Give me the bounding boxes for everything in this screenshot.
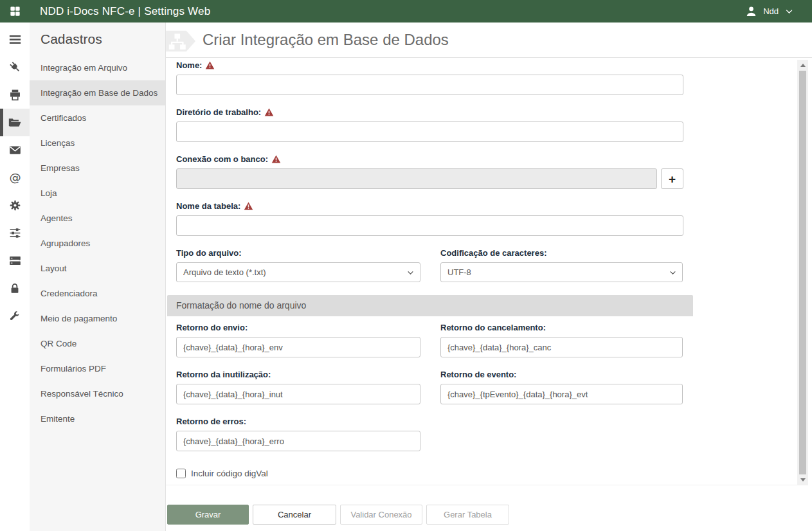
warning-icon [264, 108, 274, 116]
cancelar-button[interactable]: Cancelar [253, 505, 336, 525]
envelope-icon[interactable] [0, 136, 30, 164]
action-buttons: Gravar Cancelar Validar Conexão Gerar Ta… [167, 505, 509, 525]
retorno-cancelamento-input[interactable] [440, 337, 683, 357]
menu-item-empresas[interactable]: Empresas [30, 156, 165, 181]
page-title: Criar Integração em Base de Dados [203, 31, 449, 49]
retorno-evento-input[interactable] [440, 384, 683, 404]
retorno-envio-label: Retorno do envio: [176, 323, 420, 332]
lock-icon[interactable] [0, 274, 30, 302]
folder-open-icon[interactable] [0, 109, 30, 136]
incluir-digval-checkbox[interactable]: Incluir código digVal [176, 469, 268, 478]
add-connection-button[interactable]: + [661, 168, 683, 189]
retorno-envio-input[interactable] [176, 337, 420, 357]
menu-item-agrupadores[interactable]: Agrupadores [30, 231, 165, 256]
digval-checkbox-label: Incluir código digVal [191, 469, 268, 478]
gerar-tabela-button[interactable]: Gerar Tabela [426, 505, 509, 525]
at-sign-icon[interactable]: @ [0, 164, 30, 192]
tipo-arquivo-select[interactable]: Arquivo de texto (*.txt) [176, 262, 420, 282]
user-name: Ndd [763, 6, 779, 16]
menu-item-emitente[interactable]: Emitente [30, 406, 165, 431]
cadastros-menu: Cadastros Integração em Arquivo Integraç… [30, 22, 166, 531]
plug-icon[interactable] [0, 53, 30, 81]
svg-text:@: @ [9, 170, 21, 184]
user-menu[interactable]: Ndd [745, 0, 794, 22]
menu-item-integracao-arquivo[interactable]: Integração em Arquivo [30, 55, 165, 80]
menu-item-meio-pagamento[interactable]: Meio de pagamento [30, 306, 165, 331]
nome-input[interactable] [176, 75, 683, 95]
menu-item-loja[interactable]: Loja [30, 181, 165, 206]
validar-conexao-button[interactable]: Validar Conexão [340, 505, 422, 525]
warning-icon [244, 202, 253, 210]
menu-item-qr-code[interactable]: QR Code [30, 331, 165, 356]
retorno-evento-label: Retorno de evento: [440, 370, 683, 379]
menu-item-licencas[interactable]: Licenças [30, 130, 165, 156]
user-icon [745, 5, 757, 17]
icon-rail: @ [0, 22, 30, 531]
apps-grid-icon[interactable] [0, 5, 30, 17]
server-stack-icon[interactable] [0, 247, 30, 274]
scrollbar-down-arrow[interactable] [797, 474, 808, 485]
scrollbar-thumb[interactable] [799, 71, 806, 474]
warning-icon [205, 61, 215, 69]
chevron-down-icon [784, 6, 794, 16]
digval-checkbox-input[interactable] [176, 469, 186, 478]
sliders-icon[interactable] [0, 219, 30, 247]
sitemap-arrow-icon [166, 26, 197, 56]
retorno-cancelamento-label: Retorno do cancelamento: [440, 323, 683, 332]
menu-item-agentes[interactable]: Agentes [30, 206, 165, 231]
main-content: Criar Integração em Base de Dados Nome: … [166, 22, 812, 531]
app-title: NDD i-Docs NFC-e | Settings Web [40, 5, 210, 18]
tabela-label: Nome da tabela: [176, 201, 683, 211]
tabela-input[interactable] [176, 215, 683, 236]
printer-icon[interactable] [0, 81, 30, 109]
menu-item-responsavel-tecnico[interactable]: Responsável Técnico [30, 381, 165, 406]
vertical-scrollbar[interactable] [797, 60, 808, 485]
nome-label: Nome: [176, 60, 683, 70]
retorno-inutilizacao-input[interactable] [176, 384, 420, 404]
section-header-formatacao: Formatação do nome do arquivo [167, 295, 693, 316]
menu-toggle-icon[interactable] [0, 26, 30, 53]
gear-icon[interactable] [0, 192, 30, 219]
menu-item-credenciadora[interactable]: Credenciadora [30, 281, 165, 306]
gravar-button[interactable]: Gravar [167, 505, 249, 525]
retorno-erros-label: Retorno de erros: [176, 417, 420, 426]
menu-item-integracao-base-dados[interactable]: Integração em Base de Dados [30, 80, 165, 105]
tipo-arquivo-label: Tipo do arquivo: [176, 248, 420, 258]
diretorio-label: Diretório de trabalho: [176, 107, 683, 117]
menu-title: Cadastros [30, 22, 165, 55]
menu-item-certificados[interactable]: Certificados [30, 105, 165, 130]
codificacao-label: Codificação de caracteres: [440, 248, 683, 258]
form-area: Nome: Diretório de trabalho: Conexão com… [166, 60, 808, 485]
codificacao-select[interactable]: UTF-8 [440, 262, 683, 282]
page-header: Criar Integração em Base de Dados [166, 22, 812, 58]
conexao-input [176, 168, 657, 189]
warning-icon [271, 155, 281, 163]
retorno-erros-input[interactable] [176, 431, 420, 451]
menu-item-formularios-pdf[interactable]: Formulários PDF [30, 356, 165, 381]
wrench-icon[interactable] [0, 302, 30, 330]
scrollbar-up-arrow[interactable] [797, 60, 808, 71]
menu-item-layout[interactable]: Layout [30, 256, 165, 281]
retorno-inutilizacao-label: Retorno da inutilização: [176, 370, 420, 379]
app-header: NDD i-Docs NFC-e | Settings Web Ndd [0, 0, 812, 22]
conexao-label: Conexão com o banco: [176, 154, 683, 164]
diretorio-input[interactable] [176, 122, 683, 142]
